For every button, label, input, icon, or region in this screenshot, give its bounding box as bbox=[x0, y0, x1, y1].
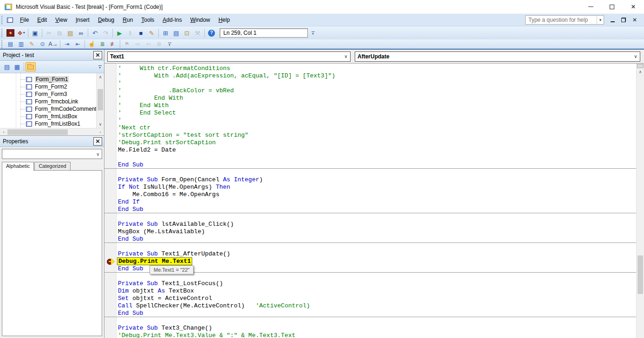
tree-item-form_frmproperties[interactable]: Form_frmProperties bbox=[0, 128, 104, 128]
code-line[interactable]: End If bbox=[118, 198, 636, 206]
code-line[interactable]: Set objtxt = ActiveControl bbox=[118, 295, 636, 302]
undo-icon[interactable]: ↶ bbox=[90, 28, 100, 38]
menu-file[interactable]: File bbox=[16, 15, 33, 25]
view-microsoft-access-icon[interactable]: ✦ bbox=[5, 28, 16, 38]
menu-debug[interactable]: Debug bbox=[94, 15, 118, 25]
code-line[interactable]: Call SpellChecker(Me.ActiveControl) 'Act… bbox=[118, 302, 636, 310]
toggle-folders-icon[interactable] bbox=[26, 62, 36, 71]
code-line[interactable]: ' bbox=[118, 117, 636, 124]
code-line[interactable] bbox=[118, 154, 636, 161]
code-line[interactable]: 'strSortCaption = "test sort string" bbox=[118, 132, 636, 139]
code-line[interactable]: Private Sub Text1_LostFocus() bbox=[118, 280, 636, 287]
tree-item-form_frmcodecomment[interactable]: Form_frmCodeComment bbox=[0, 105, 104, 113]
code-line[interactable]: Private Sub lstAvailable_Click() bbox=[118, 221, 636, 228]
project-explorer-icon[interactable]: ⊞ bbox=[160, 28, 171, 38]
help-search-combo[interactable]: Type a question for help ▾ bbox=[525, 15, 604, 25]
project-toolbar-options-icon[interactable]: ▾ bbox=[97, 62, 103, 71]
scroll-down-icon[interactable]: ∨ bbox=[97, 121, 104, 128]
menu-window[interactable]: Window bbox=[186, 15, 215, 25]
scroll-up-icon[interactable]: ∧ bbox=[97, 73, 104, 81]
mdi-child-icon[interactable] bbox=[7, 18, 13, 23]
scroll-right-icon[interactable]: › bbox=[97, 128, 104, 136]
code-line[interactable]: End Sub bbox=[118, 161, 636, 169]
code-line[interactable]: ' bbox=[118, 80, 636, 87]
code-line[interactable] bbox=[118, 213, 636, 221]
code-line[interactable]: End Sub bbox=[118, 206, 636, 213]
code-line[interactable]: ' End Select bbox=[118, 109, 636, 117]
quick-info-icon[interactable]: ✎ bbox=[26, 40, 37, 48]
scroll-left-icon[interactable]: ‹ bbox=[0, 128, 7, 136]
chevron-down-icon[interactable]: ▾ bbox=[597, 16, 604, 24]
code-line[interactable]: ' With ctr.FormatConditions bbox=[118, 65, 636, 72]
maximize-button[interactable] bbox=[601, 0, 623, 13]
code-line[interactable]: 'Debug.Print strSortCaption bbox=[118, 139, 636, 147]
properties-close-icon[interactable]: ✕ bbox=[93, 137, 102, 146]
code-line[interactable]: ' End With bbox=[118, 102, 636, 109]
scroll-thumb[interactable] bbox=[98, 89, 103, 110]
tree-item-form_form1[interactable]: Form_Form1 bbox=[0, 76, 104, 83]
object-browser-icon[interactable]: ⊡ bbox=[182, 28, 192, 38]
tree-item-form_frmcbolink[interactable]: Form_frmcboLink bbox=[0, 98, 104, 105]
outdent-icon[interactable]: ⇤ bbox=[72, 40, 83, 48]
code-line[interactable]: ' .BackColor = vbRed bbox=[118, 87, 636, 95]
code-line[interactable]: MsgBox (Me.LstAvailable) bbox=[118, 228, 636, 236]
toolbar-grip[interactable] bbox=[1, 29, 4, 37]
tab-alphabetic[interactable]: Alphabetic bbox=[2, 162, 34, 171]
close-button[interactable]: ✕ bbox=[623, 0, 644, 13]
code-line[interactable]: End Sub bbox=[118, 310, 636, 317]
code-line[interactable] bbox=[118, 273, 636, 280]
project-tree-hscrollbar[interactable]: ‹ › bbox=[0, 128, 104, 135]
code-line[interactable]: ' With .Add(acExpression, acEqual, "[ID]… bbox=[118, 72, 636, 80]
insert-object-icon[interactable]: ❖▾ bbox=[16, 28, 26, 38]
parameter-info-icon[interactable]: ⊙ bbox=[37, 40, 48, 48]
view-object-icon[interactable]: ▦ bbox=[12, 62, 22, 71]
properties-window-icon[interactable]: ▤ bbox=[171, 28, 182, 38]
mdi-minimize-button[interactable] bbox=[607, 15, 618, 25]
toolbar-grip-2[interactable] bbox=[1, 40, 4, 48]
code-line[interactable]: Private Sub Form_Open(Cancel As Integer) bbox=[118, 176, 636, 184]
menu-insert[interactable]: Insert bbox=[72, 15, 94, 25]
view-code-icon[interactable]: ▤ bbox=[2, 62, 12, 71]
complete-word-icon[interactable]: A→ bbox=[48, 40, 59, 48]
minimize-button[interactable] bbox=[580, 0, 601, 13]
reset-icon[interactable]: ■ bbox=[136, 28, 146, 38]
code-line[interactable] bbox=[118, 243, 636, 250]
properties-panel-header[interactable]: Properties ✕ bbox=[0, 136, 104, 147]
edit-toolbar-options-icon[interactable]: ▾ bbox=[166, 39, 173, 49]
breakpoint-margin[interactable] bbox=[104, 64, 117, 338]
properties-object-combo[interactable]: ∨ bbox=[2, 149, 102, 159]
tree-item-form_frmlistbox[interactable]: Form_frmListBox bbox=[0, 113, 104, 120]
code-line[interactable]: Me.Combo16 = Me.OpenArgs bbox=[118, 191, 636, 198]
menu-view[interactable]: View bbox=[51, 15, 72, 25]
code-line[interactable]: 'Next ctr bbox=[118, 124, 636, 132]
object-dropdown[interactable]: Text1 ∨ bbox=[107, 51, 351, 62]
list-properties-methods-icon[interactable]: ▤ bbox=[5, 40, 16, 48]
project-panel-header[interactable]: Project - test ✕ bbox=[0, 50, 104, 61]
toolbar-options-icon[interactable]: ▾ bbox=[310, 28, 316, 38]
scroll-up-icon[interactable]: ∧ bbox=[637, 68, 644, 76]
code-line[interactable]: 'Debug.Print Me.Text3.Value & ":" & Me.T… bbox=[118, 332, 636, 338]
code-line[interactable]: End Sub bbox=[118, 265, 636, 273]
mdi-restore-button[interactable] bbox=[618, 15, 629, 25]
menu-tools[interactable]: Tools bbox=[137, 15, 158, 25]
properties-list[interactable] bbox=[2, 170, 102, 336]
project-close-icon[interactable]: ✕ bbox=[93, 51, 102, 59]
code-line[interactable]: If Not IsNull(Me.OpenArgs) Then bbox=[118, 184, 636, 191]
list-constants-icon[interactable]: ▥ bbox=[16, 40, 26, 48]
toggle-breakpoint-icon[interactable]: ☝ bbox=[86, 40, 97, 48]
tree-item-form_form2[interactable]: Form_Form2 bbox=[0, 83, 104, 90]
tree-item-form_frmlistbox1[interactable]: Form_frmListBox1 bbox=[0, 120, 104, 128]
split-handle[interactable] bbox=[637, 64, 644, 68]
tree-item-form_form3[interactable]: Form_Form3 bbox=[0, 90, 104, 98]
code-line[interactable] bbox=[118, 317, 636, 325]
code-editor[interactable]: ' With ctr.FormatConditions' With .Add(a… bbox=[104, 64, 644, 338]
design-mode-icon[interactable]: ✎ bbox=[146, 28, 157, 38]
code-line[interactable] bbox=[118, 169, 636, 176]
procedure-dropdown[interactable]: AfterUpdate ∨ bbox=[355, 51, 640, 62]
paste-icon[interactable]: ▤ bbox=[65, 28, 76, 38]
code-line[interactable]: Debug.Print Me.Text1 bbox=[118, 258, 636, 265]
menu-run[interactable]: Run bbox=[118, 15, 137, 25]
code-vscrollbar[interactable]: ∧ bbox=[636, 64, 644, 338]
mdi-close-button[interactable]: ✕ bbox=[629, 15, 640, 25]
save-icon[interactable]: ▣ bbox=[30, 28, 40, 38]
